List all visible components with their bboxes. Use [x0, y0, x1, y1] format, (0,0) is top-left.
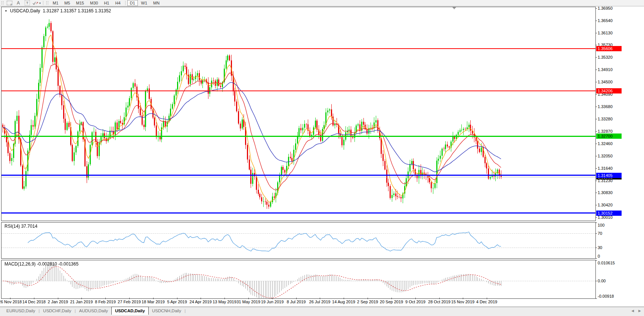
support-resistance-line[interactable]	[1, 136, 595, 137]
date-axis-label: 8 Feb 2019	[95, 300, 116, 304]
price-chart-panel[interactable]	[1, 7, 596, 221]
price-axis-label: 1.36540	[598, 18, 613, 23]
support-resistance-line[interactable]	[1, 48, 595, 49]
timeframe-button-h1[interactable]: H1	[101, 0, 112, 6]
timeframe-button-w1[interactable]: W1	[139, 0, 150, 6]
current-price-line	[1, 177, 595, 177]
date-axis-tick	[105, 298, 106, 299]
text-tool-button[interactable]: A	[14, 0, 22, 6]
price-axis-label: 1.30830	[598, 190, 613, 195]
price-line-tag: 1.34206	[596, 88, 622, 93]
chart-shift-marker-icon[interactable]	[452, 7, 456, 9]
tab-usdchf-daily[interactable]: USDCHF,Daily	[40, 307, 74, 315]
date-axis-tick	[272, 298, 273, 299]
date-axis-label: 19 Jun 2019	[261, 300, 284, 304]
timeframe-button-h4[interactable]: H4	[112, 0, 123, 6]
rsi-level-line	[1, 248, 595, 248]
price-axis-tick	[595, 217, 597, 218]
date-axis-label: 9 Oct 2019	[405, 300, 425, 304]
price-axis-tick	[595, 45, 597, 45]
macd-axis-label: 0.00	[598, 279, 606, 283]
fibonacci-tool-icon: F	[7, 1, 12, 5]
date-axis-tick	[10, 298, 10, 299]
timeframe-button-mn[interactable]: MN	[151, 0, 162, 6]
date-axis-label: 21 Jan 2019	[70, 300, 93, 304]
date-axis-tick	[81, 298, 82, 299]
tab-usdcad-daily[interactable]: USDCAD,Daily	[111, 307, 149, 315]
date-axis-tick	[225, 298, 225, 299]
rsi-axis-label: 70	[598, 231, 602, 236]
tab-scroll-buttons: ◀ ▶	[631, 309, 641, 313]
price-axis-tick	[595, 131, 597, 132]
date-axis-label: 31 May 2019	[236, 300, 260, 304]
date-axis-tick	[153, 298, 154, 299]
date-axis-tick	[129, 298, 130, 299]
price-axis-tick	[595, 33, 597, 33]
date-axis-tick	[487, 298, 487, 299]
tab-audusd-daily[interactable]: AUDUSD,Daily	[76, 307, 111, 315]
price-axis-label: 1.32460	[598, 141, 613, 146]
collapse-triangle-icon[interactable]: ▼	[4, 9, 7, 13]
timeframe-button-m15[interactable]: M15	[74, 0, 87, 6]
rsi-title: RSI(14) 37.7014	[4, 224, 37, 229]
tab-eurusd-daily[interactable]: EURUSD,Daily	[3, 307, 38, 315]
tab-scroll-left-icon[interactable]: ◀	[631, 309, 634, 313]
arrows-tool-icon	[32, 1, 38, 5]
tab-usdcnh-daily[interactable]: USDCNH,Daily	[149, 307, 185, 315]
price-line-tag: 1.35606	[596, 46, 622, 51]
macd-axis-tick	[595, 281, 597, 281]
date-axis-tick	[201, 298, 201, 299]
timeframe-button-m30[interactable]: M30	[87, 0, 100, 6]
toolbar-grip[interactable]	[1, 1, 3, 5]
toolbar-separator	[43, 1, 43, 5]
text-tool-icon: A	[17, 0, 20, 6]
timeframe-button-m5[interactable]: M5	[62, 0, 72, 6]
date-axis-tick	[391, 298, 392, 299]
timeframe-button-group: M1M5M15M30H1H4D1W1MN	[50, 0, 162, 6]
toolbar-grip[interactable]	[46, 1, 48, 5]
rsi-panel[interactable]	[1, 222, 596, 259]
support-resistance-line[interactable]	[1, 175, 595, 176]
price-axis-tick	[595, 70, 597, 70]
date-axis-label: 24 Apr 2019	[189, 300, 211, 304]
timeframe-button-d1[interactable]: D1	[127, 0, 138, 6]
tab-separator: |	[185, 307, 186, 315]
price-axis-label: 1.36950	[598, 6, 613, 10]
date-axis-tick	[58, 298, 58, 299]
date-axis-label: 15 Nov 2019	[451, 300, 474, 304]
price-axis-tick	[595, 82, 597, 82]
price-axis-label: 1.35320	[598, 55, 613, 59]
price-axis-tick	[595, 181, 597, 181]
rsi-axis-label: 0	[598, 254, 600, 258]
macd-axis-label: -0.00918	[598, 294, 614, 298]
text-label-tool-button[interactable]: T	[23, 0, 31, 6]
price-line-tag: 1.30152	[596, 211, 622, 216]
rsi-axis-label: 30	[598, 245, 602, 250]
macd-panel[interactable]	[1, 260, 596, 299]
date-axis-label: 4 Dec 2019	[476, 300, 497, 304]
price-axis-label: 1.33280	[598, 117, 613, 121]
price-axis-tick	[595, 57, 597, 58]
arrows-tool-button[interactable]: ▾	[32, 0, 41, 6]
date-axis-tick	[368, 298, 368, 299]
tab-scroll-right-icon[interactable]: ▶	[638, 309, 641, 313]
price-axis-label: 1.31640	[598, 166, 613, 171]
timeframe-button-m1[interactable]: M1	[50, 0, 61, 6]
price-axis-label: 1.34910	[598, 67, 613, 72]
support-resistance-line[interactable]	[1, 90, 595, 91]
price-axis-tick	[595, 205, 597, 205]
support-resistance-line[interactable]	[1, 212, 595, 214]
ohlc-values: 1.31287 1.31357 1.31165 1.31352	[43, 8, 111, 13]
date-axis-label: 2 Sep 2019	[357, 300, 378, 304]
date-axis-label: 8 Jul 2019	[287, 300, 306, 304]
price-axis-label: 1.33680	[598, 104, 613, 109]
price-axis-label: 1.30420	[598, 203, 613, 207]
price-axis-label: 1.34500	[598, 80, 613, 84]
date-axis-tick	[34, 298, 34, 299]
price-axis-tick	[595, 193, 597, 193]
date-axis-tick	[320, 298, 320, 299]
rsi-level-line	[1, 233, 595, 234]
fibonacci-tool-button[interactable]: F	[5, 0, 13, 6]
price-axis-tick	[595, 21, 597, 21]
price-axis-tick	[595, 156, 597, 156]
